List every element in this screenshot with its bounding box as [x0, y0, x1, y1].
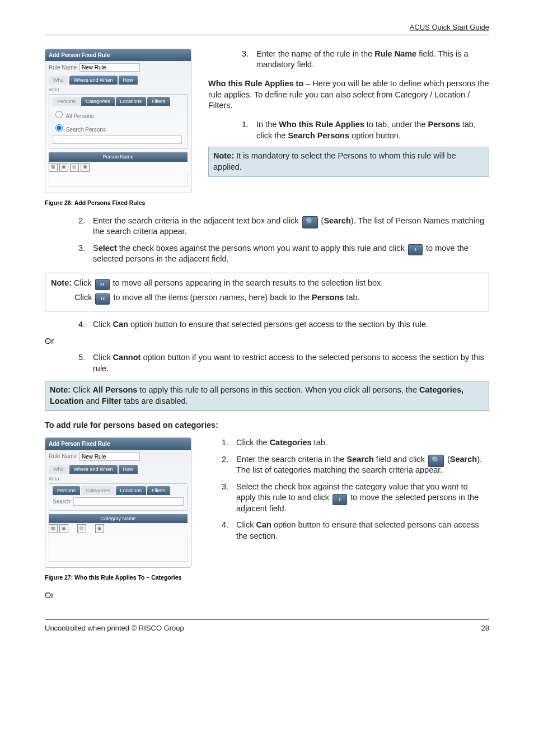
move-all-right-icon[interactable]: ›› [95, 279, 110, 290]
header-rule [45, 35, 489, 35]
note-all-persons: Note: Click All Persons to apply this ru… [45, 381, 489, 410]
subtab-filters[interactable]: Filters [147, 97, 170, 106]
search-icon[interactable]: 🔍 [302, 216, 318, 228]
subtab-categories[interactable]: Categories [81, 97, 115, 106]
opt-search-persons[interactable]: Search Persons [53, 127, 106, 133]
tb2-btn-1[interactable]: ▦ [49, 524, 58, 533]
person-name-header: Person Name [49, 152, 188, 161]
cat-step-2-text: Enter the search criteria in the Search … [236, 454, 489, 476]
toolbar-btn-4[interactable]: ▣ [81, 163, 90, 172]
step-3-text: Enter the name of the rule in the Rule N… [256, 49, 489, 71]
toolbar-btn-2[interactable]: ▣ [59, 163, 68, 172]
search-categories-input[interactable] [73, 497, 184, 506]
opt-all-persons-label: All Persons [65, 113, 94, 119]
add-person-fixed-rule-panel-2: Add Person Fixed Rule Rule Name Who Wher… [45, 437, 191, 568]
category-name-header: Category Name [49, 514, 188, 523]
step-3b-num: 3. [76, 243, 85, 265]
figure-27-caption: Figure 27: Who this Rule Applies To – Ca… [45, 573, 489, 581]
note-persons-mandatory: Note: It is mandatory to select the Pers… [208, 147, 489, 176]
rule-name-input-2[interactable] [79, 452, 140, 461]
step-2-text: Enter the search criteria in the adjacen… [93, 216, 489, 237]
tab-how[interactable]: How [119, 76, 138, 85]
subtab2-persons[interactable]: Persons [53, 486, 80, 495]
search-persons-radio[interactable] [55, 124, 63, 132]
move-right-icon[interactable]: › [408, 244, 423, 255]
step-4-num: 4. [76, 319, 85, 330]
cat-step-1-text: Click the Categories tab. [236, 437, 489, 449]
subtab2-categories[interactable]: Categories [81, 486, 115, 495]
search-label-2: Search [53, 498, 71, 506]
opt-all-persons[interactable]: All Persons [53, 113, 94, 119]
step-5-num: 5. [76, 352, 85, 374]
substep-1-num: 1. [240, 119, 249, 141]
subtab-locations[interactable]: Locations [116, 97, 147, 106]
cat-step-2-num: 2. [219, 454, 228, 476]
tb2-spacer [70, 524, 76, 532]
move-all-left-icon[interactable]: ‹‹ [95, 293, 110, 305]
tab-where-and-when[interactable]: Where and When [69, 76, 118, 85]
or-label-2: Or [45, 590, 489, 601]
figure-26-caption: Figure 26: Add Persons Fixed Rules [45, 199, 489, 207]
panel-title: Add Person Fixed Rule [45, 49, 191, 62]
tab-where-2[interactable]: Where and When [69, 465, 118, 474]
move-right-icon-2[interactable]: › [332, 494, 347, 505]
categories-subhead: To add rule for persons based on categor… [45, 420, 489, 431]
rule-name-label: Rule Name [49, 64, 77, 72]
tb2-spacer-2 [88, 524, 93, 532]
step-2-num: 2. [76, 216, 85, 237]
tab-how-2[interactable]: How [119, 465, 138, 474]
panel2-title: Add Person Fixed Rule [45, 438, 191, 450]
cat-step-4-num: 4. [219, 520, 228, 542]
add-person-fixed-rule-panel: Add Person Fixed Rule Rule Name Who Wher… [45, 49, 191, 193]
rule-name-input[interactable] [79, 63, 140, 72]
toolbar-btn-1[interactable]: ▦ [49, 163, 58, 172]
note-move-all: Note: Click ›› to move all persons appea… [45, 273, 489, 311]
who-applies-para: Who this Rule Applies to – Here you will… [208, 78, 489, 111]
step-5-text: Click Cannot option button if you want t… [93, 352, 489, 374]
doc-header: ACUS Quick Start Guide [45, 22, 489, 35]
or-label-1: Or [45, 336, 489, 347]
substep-1-text: In the Who this Rule Applies to tab, und… [256, 119, 489, 141]
cat-step-3-text: Select the check box against the categor… [236, 482, 489, 515]
cat-step-4-text: Click Can option button to ensure that s… [236, 520, 489, 542]
rule-name-label-2: Rule Name [49, 452, 77, 460]
subtab-persons[interactable]: Persons [53, 97, 80, 106]
tb2-btn-2[interactable]: ▣ [59, 524, 68, 533]
person-list-empty [49, 173, 188, 187]
toolbar-btn-3[interactable]: ▤ [70, 163, 79, 172]
step-4-text: Click Can option button to ensure that s… [93, 319, 489, 330]
category-list-empty [49, 534, 188, 562]
footer-page-number: 28 [481, 623, 489, 633]
who-group-label-2: Who [49, 475, 188, 482]
who-group-label: Who [49, 86, 188, 93]
tb2-btn-3[interactable]: ▤ [77, 524, 86, 533]
tab-who[interactable]: Who [49, 76, 68, 85]
tab-who-2[interactable]: Who [49, 465, 68, 474]
cat-step-3-num: 3. [219, 482, 228, 515]
opt-search-persons-label: Search Persons [66, 127, 106, 133]
all-persons-radio[interactable] [55, 111, 63, 118]
search-persons-input[interactable] [53, 136, 182, 144]
step-3b-text: Select the check boxes against the perso… [93, 243, 489, 265]
cat-step-1-num: 1. [219, 437, 228, 449]
tb2-btn-4[interactable]: ▣ [95, 524, 104, 533]
subtab2-locations[interactable]: Locations [116, 486, 147, 495]
step-3-num: 3. [240, 49, 249, 71]
footer-left: Uncontrolled when printed © RISCO Group [45, 623, 184, 633]
subtab2-filters[interactable]: Filters [147, 486, 170, 495]
